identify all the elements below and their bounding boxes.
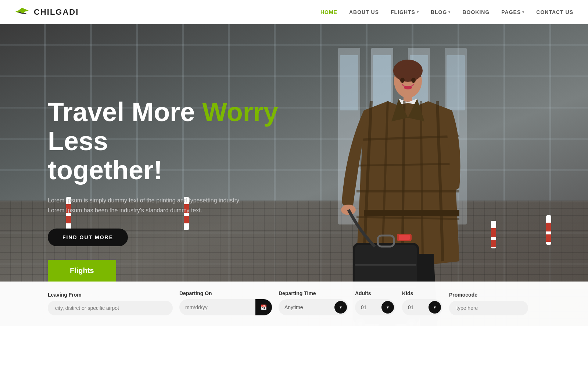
kids-dropdown-button[interactable]: ▾ [429, 301, 441, 314]
find-out-more-button[interactable]: FIND OUT MORE [48, 229, 128, 246]
departing-time-value: Anytime [284, 304, 334, 310]
nav-item-home[interactable]: HOME [320, 9, 337, 15]
nav-item-contact[interactable]: CONTACT US [536, 9, 573, 15]
hero-title-part2: Less [48, 126, 108, 156]
kids-field: Kids 01 ▾ [402, 290, 442, 315]
kids-select-wrapper: 01 ▾ [402, 299, 442, 315]
hero-title: Travel More Worry Less together! [48, 98, 298, 185]
hero-title-highlight: Worry [202, 97, 278, 127]
svg-point-38 [411, 78, 416, 83]
svg-point-37 [400, 78, 405, 83]
promocode-field: Promocode [449, 292, 528, 315]
svg-rect-9 [447, 55, 465, 110]
hero-content: Travel More Worry Less together! Lorem I… [48, 98, 298, 246]
flights-dropdown-chevron: ▾ [417, 10, 419, 14]
departing-on-input-wrapper: 📅 [179, 299, 272, 315]
adults-field: Adults 01 ▾ [355, 290, 395, 315]
departing-time-field: Departing Time Anytime ▾ [279, 290, 348, 315]
nav-item-flights[interactable]: FLIGHTS ▾ [391, 9, 419, 15]
departing-on-label: Departing On [179, 290, 272, 296]
departing-time-label: Departing Time [279, 290, 348, 296]
svg-point-0 [21, 10, 25, 13]
promocode-label: Promocode [449, 292, 528, 298]
leaving-from-input[interactable] [48, 301, 173, 315]
leaving-from-label: Leaving From [48, 292, 173, 298]
search-bar: Leaving From Departing On 📅 Departing Ti… [0, 282, 588, 326]
svg-rect-12 [404, 94, 412, 102]
hero-title-part1: Travel More [48, 97, 202, 127]
pages-dropdown-chevron: ▾ [522, 10, 524, 14]
svg-line-15 [402, 101, 404, 256]
svg-rect-6 [340, 55, 358, 110]
departing-on-input[interactable] [179, 300, 255, 315]
flights-tab[interactable]: Flights [48, 260, 116, 282]
hero-subtitle: Lorem Ipsum is simply dummy text of the … [48, 195, 254, 215]
nav-item-booking[interactable]: BOOKING [462, 9, 490, 15]
logo[interactable]: CHILGADI [15, 4, 79, 20]
bollard-4 [491, 221, 496, 248]
leaving-from-field: Leaving From [48, 292, 173, 315]
calendar-button[interactable]: 📅 [255, 299, 272, 315]
hero-section: Travel More Worry Less together! Lorem I… [0, 24, 588, 326]
header: CHILGADI HOME ABOUT US FLIGHTS ▾ BLOG ▾ … [0, 0, 588, 24]
nav-item-pages[interactable]: PAGES ▾ [501, 9, 524, 15]
main-nav: HOME ABOUT US FLIGHTS ▾ BLOG ▾ BOOKING P… [320, 9, 573, 15]
departing-on-field: Departing On 📅 [179, 290, 272, 315]
svg-rect-22 [364, 210, 459, 216]
adults-label: Adults [355, 290, 395, 296]
svg-rect-32 [399, 235, 410, 240]
logo-text: CHILGADI [34, 7, 79, 17]
search-section: Flights Leaving From Departing On 📅 Depa… [0, 260, 588, 326]
svg-point-39 [404, 86, 412, 89]
nav-item-blog[interactable]: BLOG ▾ [431, 9, 451, 15]
nav-item-about[interactable]: ABOUT US [349, 9, 379, 15]
svg-rect-30 [378, 236, 394, 247]
adults-dropdown-button[interactable]: ▾ [381, 301, 394, 314]
blog-dropdown-chevron: ▾ [448, 10, 451, 14]
bollard-3 [546, 215, 551, 245]
departing-time-dropdown-button[interactable]: ▾ [334, 301, 347, 314]
kids-value: 01 [408, 304, 429, 310]
adults-select-wrapper: 01 ▾ [355, 299, 395, 315]
promocode-input[interactable] [449, 301, 528, 315]
logo-icon [15, 4, 31, 20]
departing-time-select-wrapper: Anytime ▾ [279, 299, 348, 315]
hero-title-line2: together! [48, 155, 162, 185]
adults-value: 01 [361, 304, 381, 310]
kids-label: Kids [402, 290, 442, 296]
